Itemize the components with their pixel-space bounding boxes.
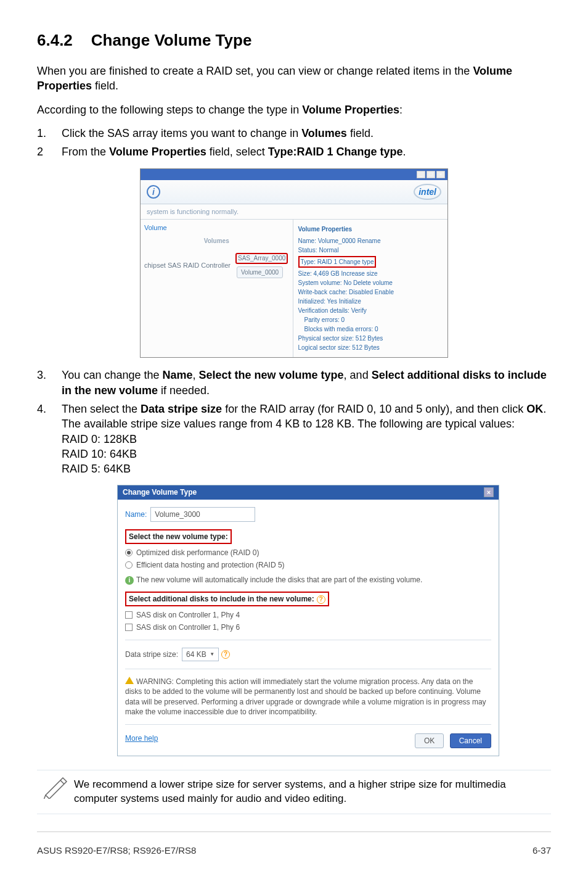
radio-raid5[interactable]: Efficient data hosting and protection (R… (125, 560, 491, 570)
intel-logo: intel (414, 184, 441, 200)
left-title: Volume (144, 223, 289, 233)
left-panel: Volume Volumes chipset SAS RAID Controll… (141, 220, 293, 357)
app-icon: i (147, 185, 160, 199)
cancel-button[interactable]: Cancel (450, 733, 491, 748)
dialog-title-bar: Change Volume Type × (118, 485, 499, 499)
warning-icon (125, 677, 134, 684)
info-note: iThe new volume will automatically inclu… (125, 575, 491, 585)
help-icon[interactable]: ? (317, 595, 325, 604)
step-2: 2 From the Volume Properties field, sele… (37, 144, 551, 159)
stripe-size-field: Data stripe size: 64 KB▼ ? (125, 648, 491, 661)
warning-text: WARNING: Completing this action will imm… (125, 677, 491, 717)
volume-item[interactable]: Volume_0000 (237, 266, 283, 279)
more-help-link[interactable]: More help (125, 733, 158, 743)
checkbox-icon (125, 624, 133, 631)
note-icon (37, 774, 74, 799)
radio-icon (125, 561, 133, 569)
chevron-down-icon: ▼ (210, 651, 214, 658)
screenshot-volume-properties: _ □ × i intel system is functioning norm… (140, 168, 448, 358)
status-bar: system is functioning normally. (141, 204, 447, 220)
checkbox-disk-1[interactable]: SAS disk on Controller 1, Phy 4 (125, 610, 491, 620)
page-footer: ASUS RS920-E7/RS8; RS926-E7/RS8 6-37 (37, 844, 551, 857)
section-heading: 6.4.2Change Volume Type (37, 30, 551, 51)
checkbox-disk-2[interactable]: SAS disk on Controller 1, Phy 6 (125, 622, 491, 632)
controller-label: chipset SAS RAID Controller (144, 261, 231, 270)
note-text: We recommend a lower stripe size for ser… (74, 774, 551, 810)
window-title-bar: _ □ × (141, 169, 447, 180)
step-1: 1. Click the SAS array items you want to… (37, 126, 551, 141)
name-input[interactable]: Volume_3000 (150, 507, 255, 522)
intro-paragraph-1: When you are finished to create a RAID s… (37, 64, 551, 94)
screenshot-change-volume-dialog: Change Volume Type × Name: Volume_3000 S… (117, 485, 499, 756)
step-4: 4. Then select the Data stripe size for … (37, 402, 551, 476)
volume-properties-panel: Volume Properties Name: Volume_0000 Rena… (293, 220, 448, 357)
note-box: We recommend a lower stripe size for ser… (37, 770, 551, 814)
info-icon: i (125, 576, 134, 585)
stripe-size-select[interactable]: 64 KB▼ (182, 648, 219, 661)
close-icon[interactable]: × (484, 487, 494, 497)
minimize-icon[interactable]: _ (417, 171, 425, 178)
radio-raid0[interactable]: Optimized disk performance (RAID 0) (125, 548, 491, 558)
section-number: 6.4.2 (37, 30, 73, 51)
section-title: Change Volume Type (91, 31, 252, 49)
name-field: Name: Volume_3000 (125, 507, 491, 522)
select-disks-heading: Select additional disks to include in th… (125, 592, 329, 606)
sas-array-item[interactable]: SAS_Array_0000 (235, 253, 288, 264)
intro-paragraph-2: According to the following steps to chan… (37, 102, 551, 117)
close-icon[interactable]: × (436, 171, 445, 178)
help-icon[interactable]: ? (221, 650, 230, 659)
radio-icon (125, 549, 133, 556)
footer-left: ASUS RS920-E7/RS8; RS926-E7/RS8 (37, 844, 196, 857)
footer-right: 6-37 (533, 844, 551, 857)
ok-button[interactable]: OK (415, 733, 444, 748)
type-change-link[interactable]: Type: RAID 1 Change type (298, 256, 377, 268)
checkbox-icon (125, 611, 133, 619)
maximize-icon[interactable]: □ (427, 171, 435, 178)
select-volume-type-heading: Select the new volume type: (125, 529, 232, 544)
step-3: 3. You can change the Name, Select the n… (37, 368, 551, 398)
